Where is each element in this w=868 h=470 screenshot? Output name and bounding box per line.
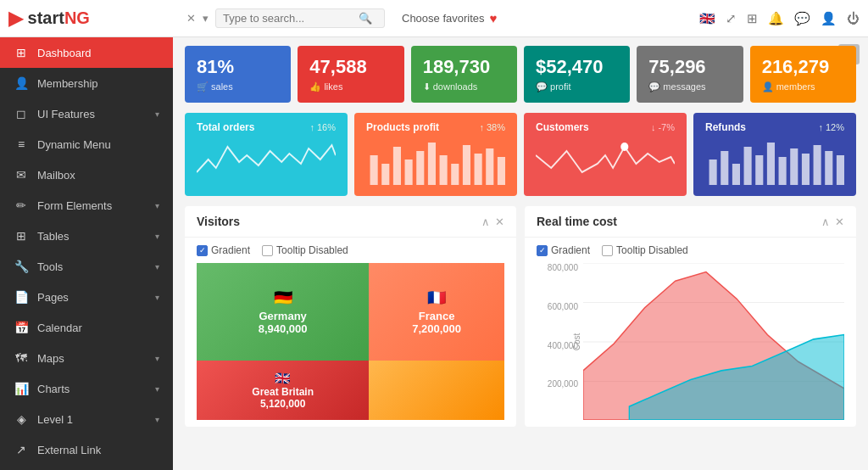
gb-flag: 🇬🇧	[275, 371, 291, 386]
chevron-down-icon-5: ▾	[155, 293, 159, 302]
power-button[interactable]: ⏻	[847, 11, 860, 25]
svg-rect-23	[825, 151, 832, 185]
treemap-cell-france: 🇫🇷 France 7,200,000	[369, 263, 504, 361]
chevron-down-icon-3: ▾	[155, 232, 159, 241]
treemap-cell-germany: 🇩🇪 Germany 8,940,000	[197, 263, 369, 361]
search-input[interactable]	[223, 12, 359, 25]
treemap-cell-gb: 🇬🇧 Great Britain 5,120,000	[197, 361, 369, 420]
sidebar-item-charts[interactable]: 📊 Charts ▾	[0, 373, 173, 404]
main-layout: ⊞ Dashboard 👤 Membership ◻ UI Features ▾…	[0, 37, 868, 470]
gradient-check-icon: ✓	[197, 245, 208, 256]
sidebar-item-tables[interactable]: ⊞ Tables ▾	[0, 221, 173, 251]
sidebar-label-dynamic-menu: Dynamic Menu	[37, 138, 111, 151]
expand-button[interactable]: ⤢	[726, 11, 737, 26]
products-profit-badge: ↑ 38%	[479, 122, 505, 132]
tooltip-checkbox[interactable]: Tooltip Disabled	[262, 244, 348, 256]
sidebar-item-maps[interactable]: 🗺 Maps ▾	[0, 343, 173, 373]
chart-cards-row: Total orders ↑ 16% Products profit ↑ 38%	[185, 113, 856, 196]
content-area: ⚙ 81% 🛒 sales 47,588 👍 likes 189,730 ⬇ d…	[173, 37, 868, 470]
rtcost-tooltip-checkbox[interactable]: Tooltip Disabled	[602, 244, 688, 256]
stat-card-messages: 75,296 💬 messages	[637, 46, 743, 103]
sidebar-item-external-link[interactable]: ↗ External Link	[0, 434, 173, 465]
rtcost-tooltip-label: Tooltip Disabled	[616, 244, 688, 256]
visitors-close-button[interactable]: ✕	[495, 215, 504, 228]
sidebar-item-form-elements[interactable]: ✏ Form Elements ▾	[0, 190, 173, 221]
level1-icon: ◈	[14, 412, 29, 426]
dynamic-menu-icon: ≡	[14, 137, 29, 151]
svg-rect-6	[440, 155, 448, 185]
rtcost-options: ✓ Gradient Tooltip Disabled	[537, 244, 844, 256]
svg-rect-8	[463, 145, 470, 185]
user-button[interactable]: 👤	[821, 11, 837, 26]
bell-button[interactable]: 🔔	[768, 11, 784, 26]
dropdown-button[interactable]: ▾	[203, 12, 209, 25]
sidebar-item-mailbox[interactable]: ✉ Mailbox	[0, 159, 173, 190]
rtcost-gradient-checkbox[interactable]: ✓ Gradient	[537, 244, 590, 256]
sidebar-label-ui-features: UI Features	[37, 108, 95, 120]
visitors-collapse-button[interactable]: ∧	[481, 215, 490, 228]
rtcost-close-button[interactable]: ✕	[835, 215, 844, 228]
stat-card-likes: 47,588 👍 likes	[298, 46, 403, 103]
rtcost-chart-area: 800,000 600,000 400,000 200,000 Cost	[537, 263, 844, 420]
svg-rect-9	[475, 154, 482, 185]
messages-value: 75,296	[648, 56, 731, 78]
sidebar-item-dynamic-menu[interactable]: ≡ Dynamic Menu	[0, 129, 173, 159]
svg-rect-21	[802, 154, 810, 185]
svg-rect-4	[416, 151, 424, 185]
sidebar-item-membership[interactable]: 👤 Membership	[0, 68, 173, 98]
y-label-200k: 200,000	[537, 379, 578, 389]
logo-text-start: start	[28, 8, 64, 28]
rtcost-title: Real time cost	[537, 215, 617, 228]
mailbox-icon: ✉	[14, 168, 29, 182]
sidebar-label-pages: Pages	[37, 291, 69, 304]
stat-card-sales: 81% 🛒 sales	[185, 46, 291, 103]
rtcost-svg-wrap: Cost	[583, 263, 844, 420]
refunds-title: Refunds	[705, 121, 746, 133]
chart-card-refunds: Refunds ↑ 12%	[693, 113, 856, 196]
y-label-600k: 600,000	[537, 302, 578, 311]
external-link-icon: ↗	[14, 443, 29, 456]
rtcost-collapse-button[interactable]: ∧	[821, 215, 830, 228]
favorites-button[interactable]: Choose favorites ♥	[402, 11, 497, 25]
sidebar-label-form-elements: Form Elements	[37, 199, 112, 212]
ui-features-icon: ◻	[14, 107, 29, 120]
flag-button[interactable]: 🇬🇧	[699, 11, 715, 26]
rtcost-panel-body: ✓ Gradient Tooltip Disabled 800,000 600,…	[525, 238, 856, 427]
chevron-down-icon: ▾	[155, 109, 159, 119]
sidebar-item-calendar[interactable]: 📅 Calendar	[0, 312, 173, 343]
treemap-top-row: 🇩🇪 Germany 8,940,000 🇫🇷 France 7,200,000	[197, 263, 504, 361]
svg-rect-0	[370, 155, 378, 185]
visitors-controls: ∧ ✕	[481, 215, 504, 228]
sidebar-item-ui-features[interactable]: ◻ UI Features ▾	[0, 98, 173, 129]
gb-amount: 5,120,000	[260, 398, 305, 410]
sidebar-item-tools[interactable]: 🔧 Tools ▾	[0, 251, 173, 282]
customers-title: Customers	[536, 121, 589, 133]
svg-rect-1	[381, 164, 389, 185]
grid-button[interactable]: ⊞	[747, 11, 758, 26]
chat-button[interactable]: 💬	[794, 11, 810, 26]
treemap-bottom-row: 🇬🇧 Great Britain 5,120,000	[197, 361, 504, 420]
messages-label: 💬 messages	[648, 81, 731, 92]
svg-rect-14	[721, 151, 728, 185]
topbar-right: 🇬🇧 ⤢ ⊞ 🔔 💬 👤 ⏻	[699, 11, 860, 26]
stat-card-profit: $52,470 💬 profit	[524, 46, 630, 103]
rtcost-gradient-label: Gradient	[551, 244, 590, 256]
visitors-panel: Visitors ∧ ✕ ✓ Gradient Toolt	[185, 206, 516, 427]
customers-chart	[536, 138, 675, 185]
rtcost-tooltip-check-icon	[602, 245, 613, 256]
calendar-icon: 📅	[14, 321, 29, 334]
treemap: 🇩🇪 Germany 8,940,000 🇫🇷 France 7,200,000	[197, 263, 504, 420]
svg-rect-22	[814, 145, 821, 185]
sidebar-label-membership: Membership	[37, 77, 98, 90]
chevron-down-icon-4: ▾	[155, 262, 159, 271]
sidebar-item-dashboard[interactable]: ⊞ Dashboard	[0, 37, 173, 68]
sidebar-label-maps: Maps	[37, 352, 64, 365]
refunds-badge: ↑ 12%	[818, 122, 844, 132]
close-button[interactable]: ✕	[186, 12, 196, 25]
svg-point-12	[620, 143, 628, 151]
sidebar-item-pages[interactable]: 📄 Pages ▾	[0, 282, 173, 312]
stat-card-members: 216,279 👤 members	[750, 46, 856, 103]
sidebar-item-level1[interactable]: ◈ Level 1 ▾	[0, 404, 173, 434]
gradient-checkbox[interactable]: ✓ Gradient	[197, 244, 250, 256]
topbar: ▶ startNG ✕ ▾ 🔍 Choose favorites ♥ 🇬🇧 ⤢ …	[0, 0, 868, 37]
